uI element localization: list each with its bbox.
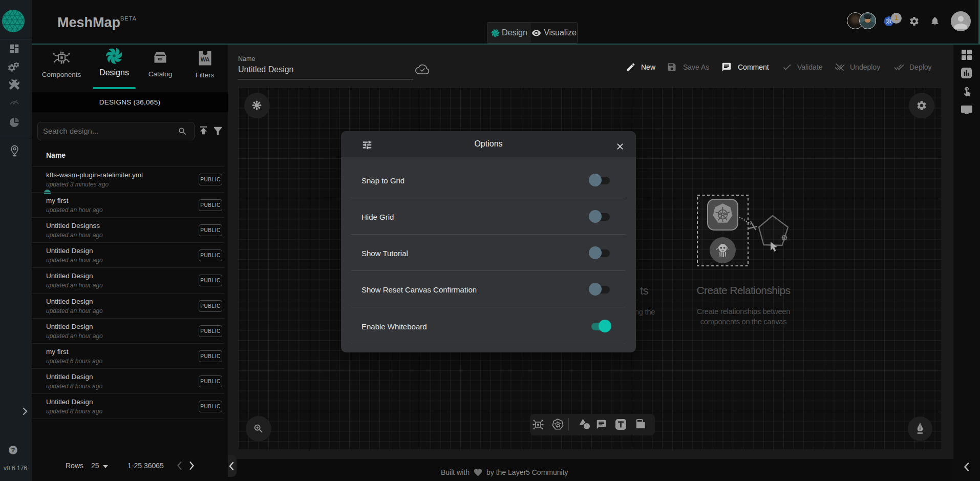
svg-text:WA: WA xyxy=(200,56,209,62)
